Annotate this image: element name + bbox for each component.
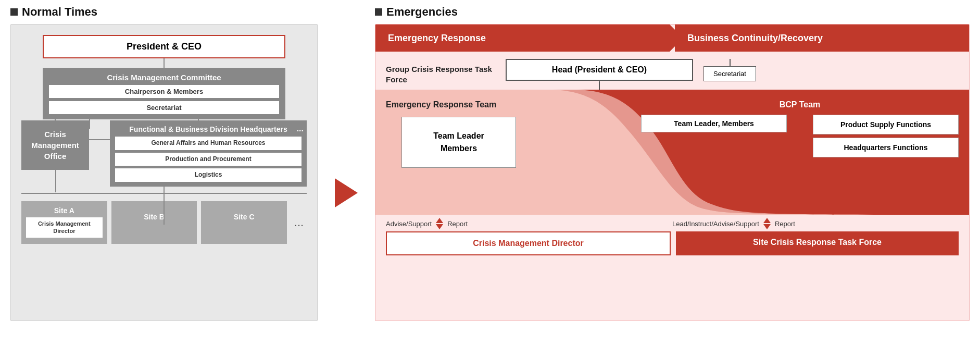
committee-title: Crisis Management Committee	[107, 73, 221, 82]
right-diagram: Emergency Response Business Continuity/R…	[375, 24, 970, 321]
site-b-label: Site B	[144, 213, 165, 221]
left-section-header: Normal Times	[10, 5, 318, 19]
site-c-box: Site C	[201, 201, 287, 244]
president-label: President & CEO	[127, 41, 202, 52]
emergency-banner-label: Emergency Response	[388, 33, 486, 44]
chairperson-label: Chairperson & Members	[125, 88, 203, 95]
product-supply-box: Product Supply Functions	[813, 115, 959, 134]
hq-functions-box: Headquarters Functions	[813, 138, 959, 157]
emergency-banner: Emergency Response	[375, 24, 670, 52]
committee-box: Crisis Management Committee Chairperson …	[43, 68, 285, 119]
bottom-boxes: Crisis Management Director Site Crisis R…	[386, 231, 959, 255]
bcp-area: BCP Team Team Leader, Members Product Su…	[631, 100, 959, 168]
arrow-up-left	[436, 218, 443, 223]
left-square-icon	[10, 8, 18, 16]
site-crisis-box: Site Crisis Response Task Force	[676, 231, 959, 255]
head-label: Head (President & CEO)	[552, 65, 647, 74]
team-leader-members-box: Team Leader, Members	[641, 115, 787, 132]
right-section-title: Emergencies	[386, 5, 458, 19]
cmo-box: Crisis Management Office	[21, 120, 89, 170]
vline-1	[164, 58, 165, 68]
big-arrow-icon	[335, 178, 358, 207]
report-right-label: Report	[775, 220, 795, 228]
ert-area: Emergency Response Team Team LeaderMembe…	[386, 100, 631, 168]
advise-group-left: Advise/Support Report	[386, 218, 672, 229]
double-arrow-left	[436, 218, 443, 229]
site-a-box: Site A Crisis Management Director	[21, 201, 107, 244]
advise-group-right: Lead/Instruct/Advise/Support Report	[672, 218, 959, 229]
team-leader-box-ert: Team LeaderMembers	[401, 117, 516, 168]
site-c-label: Site C	[234, 213, 255, 221]
transition-arrow	[333, 47, 359, 339]
left-section-title: Normal Times	[22, 5, 97, 19]
left-diagram: President & CEO Crisis Management Commit…	[10, 24, 318, 321]
advise-left-label: Advise/Support	[386, 220, 432, 228]
right-square-icon	[375, 8, 382, 16]
president-box: President & CEO	[43, 35, 285, 58]
report-left-label: Report	[447, 220, 468, 228]
functions-col: Product Supply Functions Headquarters Fu…	[813, 115, 959, 157]
functional-item-2: Production and Procurement	[115, 153, 301, 166]
secretariat-box-left: Secretariat	[49, 101, 279, 114]
functional-dots: ...	[297, 124, 304, 134]
left-panel: Normal Times President & CEO Crisis Mana…	[10, 5, 318, 339]
cmo-label: Crisis Management Office	[27, 129, 84, 162]
advise-right-label: Lead/Instruct/Advise/Support	[672, 220, 759, 228]
functional-title: Functional & Business Division Headquart…	[129, 125, 287, 133]
secretariat-box-right: Secretariat	[703, 66, 756, 81]
double-arrow-right	[763, 218, 771, 229]
functional-item-3: Logistics	[115, 168, 301, 182]
arrow-up-right	[763, 218, 771, 223]
bottom-section: Advise/Support Report Lead/Instruct/Advi…	[375, 215, 969, 255]
bcp-banner: Business Continuity/Recovery	[675, 24, 969, 52]
advise-row: Advise/Support Report Lead/Instruct/Advi…	[386, 215, 959, 231]
secretariat-label-right: Secretariat	[713, 70, 746, 78]
functional-box: Functional & Business Division Headquart…	[110, 120, 307, 187]
cmd-label: Crisis Management Director	[473, 239, 584, 248]
ert-title: Emergency Response Team	[386, 100, 625, 109]
site-a-label: Site A	[54, 206, 74, 215]
teams-area: Emergency Response Team Team LeaderMembe…	[375, 90, 969, 215]
arrow-banners: Emergency Response Business Continuity/R…	[375, 24, 969, 52]
functional-item-1: General Affairs and Human Resources	[115, 137, 301, 150]
right-panel: Emergencies Emergency Response Business …	[375, 5, 970, 339]
bcp-banner-label: Business Continuity/Recovery	[687, 33, 823, 44]
group-task-force-label: Group Crisis Response Task Force	[386, 59, 506, 84]
bcp-title: BCP Team	[641, 100, 959, 109]
arrow-down-left	[436, 224, 443, 229]
site-crisis-label: Site Crisis Response Task Force	[753, 238, 882, 247]
site-b-box: Site B	[111, 201, 197, 244]
head-secretariat-area: Head (President & CEO) Secretariat	[506, 59, 959, 90]
chairperson-box: Chairperson & Members	[49, 85, 279, 98]
secretariat-label-left: Secretariat	[146, 104, 181, 112]
cmd-box: Crisis Management Director	[386, 231, 671, 255]
site-a-inner: Crisis Management Director	[26, 217, 103, 238]
arrow-down-right	[763, 224, 771, 229]
sites-dots: ...	[291, 201, 307, 244]
right-section-header: Emergencies	[375, 5, 970, 19]
head-box: Head (President & CEO)	[506, 59, 693, 81]
head-row: Group Crisis Response Task Force Head (P…	[375, 52, 969, 90]
